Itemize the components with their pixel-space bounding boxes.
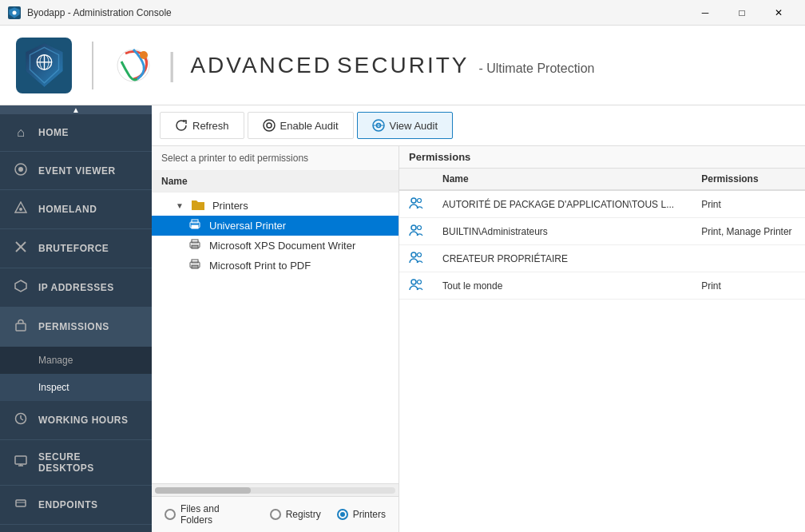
permission-row-2[interactable]: BUILTIN\Administrateurs Print, Manage Pr…	[399, 218, 805, 245]
permissions-icon	[13, 319, 29, 335]
sidebar-item-permissions[interactable]: PERMISSIONS	[0, 308, 152, 347]
radio-circle-printers	[337, 509, 348, 520]
radio-registry[interactable]: Registry	[270, 509, 321, 520]
header-brand: | ADVANCED SECURITY - Ultimate Protectio…	[113, 46, 594, 85]
view-audit-button[interactable]: View Audit	[357, 112, 453, 139]
titlebar-controls: ─ □ ✕	[687, 0, 797, 26]
header-divider	[92, 42, 93, 89]
tree-item-printers-label: Printers	[212, 200, 248, 212]
titlebar-left: Byodapp - Administration Console	[8, 6, 172, 19]
close-button[interactable]: ✕	[760, 0, 797, 26]
printer-icon-pdf	[188, 259, 201, 272]
tree-item-printers-folder[interactable]: ▼ Printers	[152, 196, 399, 216]
radio-bar: Files and Folders Registry Printers	[152, 496, 399, 532]
sidebar-submenu-inspect[interactable]: Inspect	[0, 374, 152, 401]
permissions-header: Permissions	[399, 146, 805, 169]
svg-rect-43	[192, 265, 198, 268]
printer-icon-universal	[188, 219, 201, 232]
expand-icon: ▼	[176, 201, 184, 210]
refresh-button[interactable]: Refresh	[160, 112, 244, 139]
sidebar-item-ip-addresses[interactable]: IP ADDRESSES	[0, 268, 152, 308]
sidebar-item-homeland[interactable]: HOMELAND	[0, 190, 152, 229]
permission-row-4[interactable]: Tout le monde Print	[399, 272, 805, 300]
svg-point-10	[140, 51, 148, 59]
sidebar-label-secure-desktops: SECURE DESKTOPS	[38, 451, 139, 474]
titlebar: Byodapp - Administration Console ─ □ ✕	[0, 0, 805, 26]
radio-circle-files	[165, 509, 176, 520]
radio-files-label: Files and Folders	[180, 503, 254, 526]
maximize-button[interactable]: □	[724, 0, 760, 26]
permission-value-4: Print	[692, 272, 805, 300]
event-viewer-icon	[13, 163, 29, 178]
svg-point-48	[411, 252, 416, 257]
permission-row-1[interactable]: AUTORITÉ DE PACKAGE D'APPLICATION\TOUS L…	[399, 190, 805, 218]
working-hours-icon	[13, 412, 29, 428]
svg-point-44	[411, 198, 416, 203]
sidebar-submenu-manage[interactable]: Manage	[0, 347, 152, 374]
radio-circle-registry	[270, 509, 281, 520]
tree-item-xps-writer[interactable]: Microsoft XPS Document Writer	[152, 236, 399, 256]
content-area: ▲ ⌂ HOME EVENT VIEWER HOMELAND	[0, 105, 805, 532]
permission-name-2: BUILTIN\Administrateurs	[433, 218, 692, 245]
user-group-icon-1	[409, 197, 423, 209]
user-group-icon-3	[409, 251, 423, 264]
svg-point-49	[418, 253, 422, 257]
radio-files-folders[interactable]: Files and Folders	[165, 503, 254, 526]
tree-item-xps-label: Microsoft XPS Document Writer	[209, 240, 355, 252]
shield-svg	[22, 42, 66, 89]
sidebar-label-homeland: HOMELAND	[38, 204, 97, 215]
tree-item-universal-printer-label: Universal Printer	[209, 220, 286, 232]
sidebar-item-working-hours[interactable]: WORKING HOURS	[0, 401, 152, 440]
sidebar-item-bruteforce[interactable]: BRUTEFORCE	[0, 229, 152, 268]
svg-point-2	[13, 10, 17, 14]
toolbar: Refresh Enable Audit View Audit	[152, 105, 805, 146]
tree-item-universal-printer[interactable]: Universal Printer	[152, 216, 399, 236]
svg-marker-17	[15, 280, 26, 292]
svg-rect-37	[192, 225, 198, 228]
permission-name-4: Tout le monde	[433, 272, 692, 300]
tree-container: ▼ Printers Universal Pri	[152, 193, 399, 483]
radio-printers[interactable]: Printers	[337, 509, 386, 520]
main-panel: Refresh Enable Audit View Audit	[152, 105, 805, 532]
user-icon-cell-2	[399, 218, 433, 245]
scrollbar-track	[155, 487, 395, 494]
minimize-button[interactable]: ─	[687, 0, 724, 26]
horizontal-scrollbar[interactable]	[152, 483, 399, 496]
enable-audit-button[interactable]: Enable Audit	[248, 112, 354, 139]
sidebar-item-endpoints[interactable]: ENDPOINTS	[0, 486, 152, 525]
radio-printers-label: Printers	[353, 509, 386, 520]
refresh-label: Refresh	[192, 120, 229, 132]
svg-point-31	[267, 123, 272, 128]
user-group-icon-4	[409, 278, 423, 291]
sidebar-scroll-up[interactable]: ▲	[0, 105, 152, 114]
home-icon: ⌂	[13, 125, 29, 140]
svg-point-12	[18, 167, 23, 172]
svg-point-47	[418, 226, 422, 230]
sidebar-label-home: HOME	[38, 127, 69, 138]
svg-rect-25	[16, 500, 26, 506]
secure-desktops-icon	[13, 455, 29, 470]
svg-point-50	[411, 280, 416, 284]
user-icon-cell-4	[399, 272, 433, 300]
view-audit-icon	[372, 119, 385, 132]
scrollbar-thumb[interactable]	[155, 487, 251, 494]
app-container: | ADVANCED SECURITY - Ultimate Protectio…	[0, 26, 805, 532]
permission-row-3[interactable]: CREATEUR PROPRIÉTAIRE	[399, 245, 805, 272]
tree-item-print-to-pdf[interactable]: Microsoft Print to PDF	[152, 256, 399, 276]
sidebar-item-secure-desktops[interactable]: SECURE DESKTOPS	[0, 440, 152, 486]
endpoints-icon	[13, 497, 29, 513]
svg-point-30	[264, 120, 275, 131]
permission-value-1: Print	[692, 190, 805, 218]
svg-rect-18	[16, 324, 26, 331]
sidebar-item-ransomware[interactable]: RANSOMWARE	[0, 525, 152, 532]
left-pane: Select a printer to edit permissions Nam…	[152, 146, 399, 532]
svg-line-21	[21, 419, 23, 420]
svg-marker-13	[15, 202, 26, 212]
sidebar-item-home[interactable]: ⌂ HOME	[0, 114, 152, 152]
folder-icon	[192, 199, 204, 212]
brand-name-part2: SECURITY	[337, 53, 470, 78]
svg-rect-40	[192, 245, 198, 248]
sidebar-item-event-viewer[interactable]: EVENT VIEWER	[0, 152, 152, 190]
refresh-icon	[175, 119, 188, 132]
sidebar-submenu: Manage Inspect	[0, 347, 152, 401]
